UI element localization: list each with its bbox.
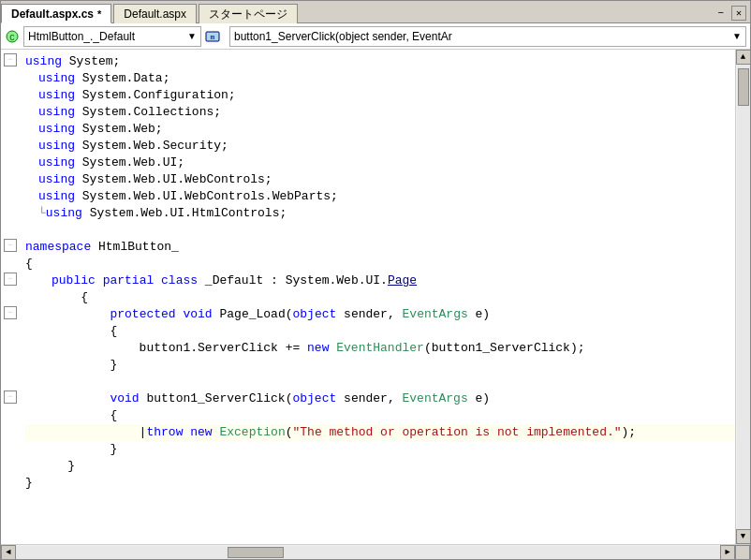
code-line: using System.Web.Security; — [1, 138, 735, 155]
tab-label: Default.aspx.cs — [11, 7, 94, 21]
code-line: using System.Web.UI.WebControls.WebParts… — [1, 188, 735, 205]
line-text: public partial class _Default : System.W… — [25, 273, 735, 289]
code-line: { — [1, 289, 735, 306]
code-line: using System.Configuration; — [1, 87, 735, 104]
expand-icon[interactable]: − — [4, 306, 17, 319]
code-line — [1, 222, 735, 239]
tab-modified-indicator: * — [97, 8, 101, 20]
code-line: } — [1, 441, 735, 458]
line-text: { — [25, 323, 735, 340]
code-line: } — [1, 475, 735, 492]
tab-label: Default.aspx — [124, 7, 186, 21]
scroll-right-button[interactable]: ► — [720, 545, 735, 560]
line-text: { — [25, 407, 735, 424]
code-line: { — [1, 407, 735, 424]
gutter-expand[interactable]: − — [1, 273, 22, 286]
svg-text:m: m — [211, 33, 215, 41]
code-editor[interactable]: − using System; using System.Data; using… — [1, 50, 735, 544]
code-line-throw: |throw new Exception("The method or oper… — [1, 424, 735, 441]
code-line: − void button1_ServerClick(object sender… — [1, 391, 735, 407]
tab-label: スタートページ — [209, 7, 287, 22]
scroll-track[interactable] — [737, 65, 750, 529]
line-text: using System.Web.UI; — [25, 155, 735, 171]
gutter-expand[interactable]: − — [1, 53, 22, 66]
line-text: using System.Web.Security; — [25, 138, 735, 155]
h-scroll-track[interactable] — [16, 546, 720, 559]
scrollbar-corner — [735, 545, 750, 560]
method-dropdown-value: button1_ServerClick(object sender, Event… — [234, 30, 452, 43]
code-line: − namespace HtmlButton_ — [1, 239, 735, 256]
scroll-up-button[interactable]: ▲ — [736, 50, 751, 65]
code-line: } — [1, 357, 735, 374]
expand-icon[interactable]: − — [4, 239, 17, 252]
method-dropdown[interactable]: button1_ServerClick(object sender, Event… — [229, 26, 746, 47]
chevron-down-icon: ▼ — [187, 31, 197, 41]
horizontal-scrollbar-container: ◄ ► — [1, 544, 750, 559]
gutter-expand[interactable]: − — [1, 391, 22, 404]
line-text: void button1_ServerClick(object sender, … — [25, 391, 735, 407]
code-line — [1, 374, 735, 391]
code-line: { — [1, 323, 735, 340]
line-text: { — [25, 256, 735, 273]
line-text: using System.Data; — [25, 70, 735, 87]
horizontal-scrollbar[interactable]: ◄ ► — [1, 545, 735, 559]
class-icon: C — [5, 29, 20, 44]
line-text: namespace HtmlButton_ — [25, 239, 735, 256]
line-text: } — [25, 475, 735, 492]
line-text: using System.Web; — [25, 121, 735, 138]
line-text: using System.Web.UI.WebControls.WebParts… — [25, 188, 735, 205]
code-line: using System.Web.UI.WebControls; — [1, 171, 735, 188]
tab-default-aspx[interactable]: Default.aspx — [113, 4, 197, 23]
method-icon: m — [205, 29, 220, 44]
line-text: button1.ServerClick += new EventHandler(… — [25, 340, 735, 357]
code-line: { — [1, 256, 735, 273]
minimize-button[interactable]: − — [717, 7, 724, 19]
line-text: using System.Web.UI.WebControls; — [25, 171, 735, 188]
gutter-expand[interactable]: − — [1, 239, 22, 252]
line-text — [25, 374, 735, 391]
line-text: |throw new Exception("The method or oper… — [25, 424, 735, 441]
vertical-scrollbar[interactable]: ▲ ▼ — [735, 50, 750, 544]
code-line: using System.Collections; — [1, 104, 735, 121]
line-text: } — [25, 458, 735, 475]
code-line: └using System.Web.UI.HtmlControls; — [1, 205, 735, 222]
line-text: └using System.Web.UI.HtmlControls; — [25, 205, 735, 222]
code-line: using System.Web.UI; — [1, 155, 735, 171]
tab-bar: Default.aspx.cs * Default.aspx スタートページ −… — [1, 1, 750, 23]
scroll-down-button[interactable]: ▼ — [736, 529, 751, 544]
code-line: using System.Data; — [1, 70, 735, 87]
tab-default-aspx-cs[interactable]: Default.aspx.cs * — [1, 4, 111, 23]
scroll-left-button[interactable]: ◄ — [1, 545, 16, 560]
chevron-down-icon: ▼ — [732, 31, 742, 41]
expand-icon[interactable]: − — [4, 391, 17, 404]
tab-start-page[interactable]: スタートページ — [199, 4, 298, 23]
class-dropdown-value: HtmlButton_._Default — [28, 30, 135, 43]
line-text: { — [25, 289, 735, 306]
gutter-expand[interactable]: − — [1, 306, 22, 319]
h-scroll-thumb[interactable] — [228, 547, 284, 558]
toolbar-row: C HtmlButton_._Default ▼ m button1_Serve… — [1, 23, 750, 50]
line-text: using System; — [25, 53, 735, 70]
code-container: − using System; using System.Data; using… — [1, 50, 750, 544]
line-text: } — [25, 441, 735, 458]
expand-icon[interactable]: − — [4, 53, 17, 66]
line-text — [25, 222, 735, 239]
code-line: − protected void Page_Load(object sender… — [1, 306, 735, 323]
class-dropdown[interactable]: HtmlButton_._Default ▼ — [23, 26, 201, 47]
main-window: Default.aspx.cs * Default.aspx スタートページ −… — [0, 0, 751, 560]
line-text: using System.Configuration; — [25, 87, 735, 104]
svg-text:C: C — [9, 34, 15, 43]
code-line: } — [1, 458, 735, 475]
expand-icon[interactable]: − — [4, 273, 17, 286]
line-text: } — [25, 357, 735, 374]
code-line: − using System; — [1, 53, 735, 70]
line-text: using System.Collections; — [25, 104, 735, 121]
right-icon-area: m — [205, 29, 220, 44]
scroll-thumb[interactable] — [738, 68, 749, 106]
code-line: using System.Web; — [1, 121, 735, 138]
tab-close-area: − ✕ — [717, 4, 750, 22]
code-lines: − using System; using System.Data; using… — [1, 53, 735, 492]
code-line: − public partial class _Default : System… — [1, 273, 735, 289]
line-text: protected void Page_Load(object sender, … — [25, 306, 735, 323]
close-button[interactable]: ✕ — [731, 6, 746, 21]
